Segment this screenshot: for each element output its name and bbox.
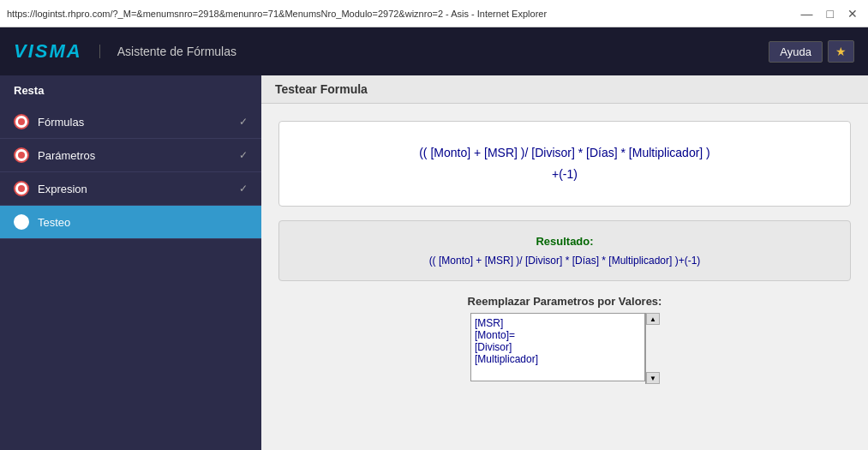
- sidebar-parametros-label: Parámetros: [38, 149, 95, 162]
- result-text: (( [Monto] + [MSR] )/ [Divisor] * [Días]…: [296, 255, 833, 267]
- replace-label: Reemplazar Parametros por Valores:: [468, 295, 662, 308]
- chevron-down-icon: ✓: [239, 149, 248, 161]
- result-label: Resultado:: [296, 235, 833, 248]
- sidebar-item-parametros[interactable]: Parámetros ✓: [0, 139, 261, 172]
- formula-text: (( [Monto] + [MSR] )/ [Divisor] * [Días]…: [296, 142, 833, 185]
- sidebar: Resta Fórmulas ✓ Parámetros ✓ Expresion …: [0, 75, 261, 450]
- content-area: Testear Formula (( [Monto] + [MSR] )/ [D…: [261, 75, 868, 450]
- sidebar-parametros-icon: [14, 147, 29, 163]
- sidebar-item-testeo[interactable]: Testeo: [0, 206, 261, 239]
- chevron-down-icon: ✓: [239, 183, 248, 195]
- app-header: VISMA Asistente de Fórmulas Ayuda ★: [0, 27, 868, 75]
- scroll-down-button[interactable]: ▼: [646, 372, 660, 384]
- close-button[interactable]: ✕: [844, 8, 861, 20]
- chevron-down-icon: ✓: [239, 116, 248, 128]
- sidebar-testeo-label: Testeo: [38, 216, 70, 229]
- scrollbar-controls: ▲ ▼: [645, 313, 659, 384]
- formula-line1: (( [Monto] + [MSR] )/ [Divisor] * [Días]…: [419, 146, 710, 159]
- scroll-up-button[interactable]: ▲: [646, 313, 660, 325]
- title-bar-url: https://logintst.rhpro.com/?_M=&menumsnr…: [7, 9, 793, 19]
- replace-textarea-wrapper: ▲ ▼: [470, 313, 659, 384]
- sidebar-formulas-icon: [14, 114, 29, 129]
- visma-logo: VISMA: [14, 40, 82, 63]
- sidebar-item-expresion[interactable]: Expresion ✓: [0, 172, 261, 206]
- formula-display-box: (( [Monto] + [MSR] )/ [Divisor] * [Días]…: [278, 121, 851, 207]
- main-layout: Resta Fórmulas ✓ Parámetros ✓ Expresion …: [0, 75, 868, 450]
- sidebar-section-title: Resta: [0, 75, 261, 105]
- formula-line2: +(-1): [552, 167, 578, 181]
- header-right: Ayuda ★: [769, 40, 854, 63]
- star-button[interactable]: ★: [828, 40, 854, 63]
- app-header-left: VISMA Asistente de Fórmulas: [14, 40, 236, 63]
- replace-textarea[interactable]: [470, 313, 645, 381]
- sidebar-formulas-label: Fórmulas: [38, 116, 84, 129]
- ayuda-button[interactable]: Ayuda: [769, 41, 823, 63]
- title-bar-controls: — □ ✕: [798, 8, 861, 20]
- sidebar-testeo-icon: [14, 214, 29, 230]
- sidebar-item-formulas[interactable]: Fórmulas ✓: [0, 105, 261, 139]
- app-title: Asistente de Fórmulas: [99, 45, 236, 58]
- content-body: (( [Monto] + [MSR] )/ [Divisor] * [Días]…: [261, 104, 868, 401]
- minimize-button[interactable]: —: [798, 8, 817, 20]
- content-header: Testear Formula: [261, 75, 868, 104]
- sidebar-expresion-icon: [14, 181, 29, 196]
- restore-button[interactable]: □: [823, 8, 837, 20]
- title-bar: https://logintst.rhpro.com/?_M=&menumsnr…: [0, 0, 868, 27]
- replace-parameters-section: Reemplazar Parametros por Valores: ▲ ▼: [278, 295, 851, 384]
- result-box: Resultado: (( [Monto] + [MSR] )/ [Diviso…: [278, 220, 851, 281]
- sidebar-expresion-label: Expresion: [38, 183, 87, 195]
